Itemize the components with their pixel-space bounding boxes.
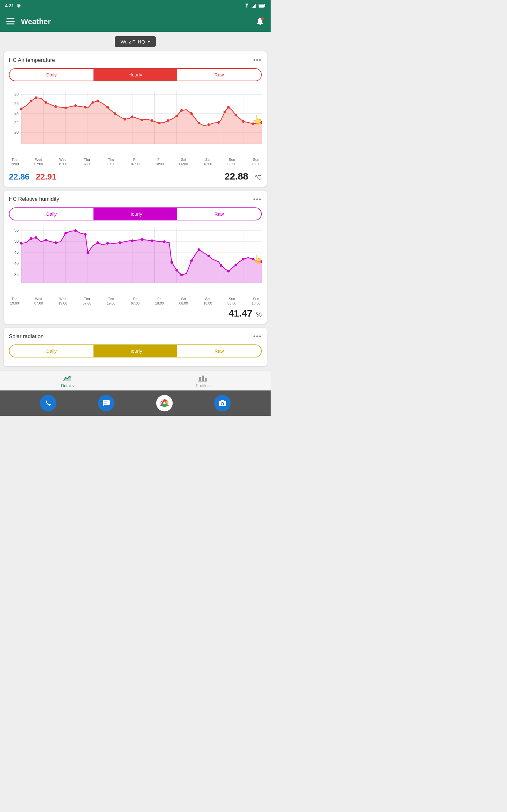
svg-point-112 [242,258,245,260]
humidity-tab-raw[interactable]: Raw [177,208,261,220]
h-x-label-4: Thu19:00 [107,297,116,306]
svg-text:28: 28 [14,92,19,96]
h-x-label-9: Sun06:00 [228,297,236,306]
svg-point-52 [167,119,169,122]
chart-area-icon [63,374,72,382]
battery-icon [259,4,266,8]
x-label-2: Wed19:00 [58,157,67,166]
app-title: Weather [21,17,51,26]
location-pill[interactable]: Weiz Pl HQ ▾ [115,36,156,47]
x-label-1: Wed07:00 [34,157,43,166]
svg-text:50: 50 [14,239,19,243]
app-bar-left: Weather [6,17,51,26]
h-x-label-10: Sun18:00 [251,297,261,306]
svg-point-35 [20,107,22,110]
svg-point-97 [107,242,109,245]
svg-point-95 [87,252,89,254]
svg-point-101 [151,240,153,242]
solar-card: Solar radiation ••• Daily Hourly Raw [4,328,267,366]
humidity-tab-daily[interactable]: Daily [9,208,94,220]
humidity-card-menu[interactable]: ••• [253,196,262,203]
temperature-value-min: 22.86 [9,172,30,182]
chrome-icon [160,399,169,408]
solar-tab-hourly[interactable]: Hourly [94,345,177,357]
solar-card-header: Solar radiation ••• [9,333,262,340]
nav-profiles[interactable]: Profiles [196,374,210,388]
humidity-value-current: 41.47 [228,308,252,319]
dock-camera-button[interactable] [214,395,231,411]
svg-point-93 [74,229,77,232]
x-label-10: Sun18:00 [251,157,261,166]
bell-icon[interactable] [256,17,264,26]
nav-details[interactable]: Details [61,374,74,388]
svg-text:20: 20 [14,130,19,135]
dock-chrome-button[interactable] [156,395,173,411]
solar-tab-daily[interactable]: Daily [9,345,94,357]
temperature-unit: °C [255,174,262,181]
status-bar-left: 4:31 [5,3,21,8]
humidity-x-labels: Tue19:00 Wed07:00 Wed19:00 Thu07:00 Thu1… [9,297,262,306]
svg-point-53 [176,115,178,117]
svg-rect-3 [253,6,254,8]
svg-point-107 [198,248,200,251]
h-x-label-0: Tue19:00 [10,297,19,306]
svg-point-110 [227,270,230,272]
temperature-values: 22.86 22.91 22.88 °C [9,169,262,182]
x-label-7: Sat06:00 [179,157,188,166]
solar-tab-raw[interactable]: Raw [177,345,261,357]
svg-point-94 [84,233,87,236]
humidity-values: 41.47 % [9,308,262,319]
temperature-tab-daily[interactable]: Daily [9,69,94,81]
svg-point-58 [217,121,220,124]
svg-point-96 [96,241,99,244]
svg-point-55 [190,112,193,115]
temperature-chart-svg: 28 26 24 22 20 [9,85,262,155]
app-bar: Weather [0,11,271,32]
temperature-tab-raw[interactable]: Raw [177,69,261,81]
svg-point-12 [261,17,264,20]
svg-point-104 [176,269,178,271]
svg-point-102 [163,241,166,243]
x-label-8: Sat18:00 [204,157,212,166]
svg-point-127 [163,402,165,404]
humidity-unit: % [256,311,262,318]
svg-rect-117 [202,375,204,381]
svg-point-111 [234,264,237,266]
humidity-card-title: HC Relative humidity [9,196,59,202]
h-x-label-2: Wed19:00 [58,297,67,306]
svg-point-49 [141,119,144,121]
hamburger-icon[interactable] [6,18,14,25]
dock-message-button[interactable] [98,395,114,411]
dock-phone-button[interactable] [40,395,56,411]
temperature-card-header: HC Air temperature ••• [9,56,262,64]
svg-point-61 [234,114,237,116]
humidity-tab-hourly[interactable]: Hourly [94,208,177,220]
svg-text:26: 26 [14,101,19,106]
temperature-tab-hourly[interactable]: Hourly [94,69,177,81]
message-icon [102,399,110,407]
x-label-5: Fri07:00 [131,157,140,166]
phone-icon [44,399,52,407]
android-dock [0,391,271,416]
svg-point-48 [131,115,133,118]
x-label-6: Fri18:00 [155,157,164,166]
svg-point-100 [141,238,144,241]
svg-point-1 [18,5,20,7]
svg-text:35: 35 [14,272,19,276]
temperature-card-menu[interactable]: ••• [253,56,262,64]
svg-point-51 [158,122,161,124]
touch-icon-humid: 👆 [252,254,263,264]
svg-point-129 [222,403,223,405]
dropdown-chevron-icon: ▾ [148,39,150,44]
h-x-label-1: Wed07:00 [34,297,43,306]
svg-point-90 [45,239,47,241]
svg-point-92 [64,232,67,235]
svg-text:22: 22 [14,120,19,125]
temperature-card: HC Air temperature ••• Daily Hourly Raw … [4,51,267,187]
solar-card-menu[interactable]: ••• [253,333,262,340]
temperature-value-current: 22.88 [224,171,248,182]
svg-point-87 [20,242,22,245]
svg-point-91 [55,241,57,244]
svg-point-46 [114,112,116,115]
svg-rect-7 [265,5,265,7]
